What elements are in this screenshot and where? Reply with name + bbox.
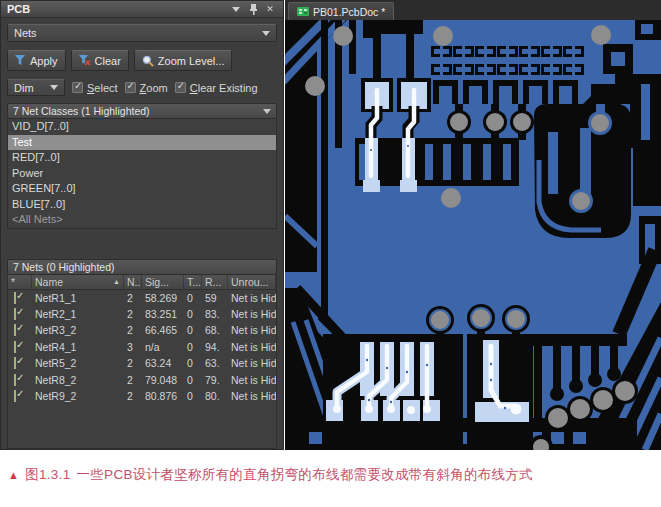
net-name: NetR3_2 [32,324,124,336]
net-t: 0 [184,324,202,336]
filter-buttons-row: Apply Clear Zoom Level... [7,50,277,71]
column-header-unrouted[interactable]: Unrou... [228,275,276,289]
dim-options-row: Dim Select Zoom Clear Existing [7,79,277,96]
net-checkbox[interactable] [14,357,16,369]
net-signal: 80.876 [142,390,184,402]
apply-label: Apply [30,55,58,67]
net-unrouted: Net is Hid [228,390,276,402]
column-header-signal[interactable]: Sig... [142,275,184,289]
select-checkbox-option[interactable]: Select [72,82,118,94]
table-row[interactable]: NetR3_2 2 66.465 0 68. Net is Hid [8,322,276,338]
figure-caption: ▲图1.3.1一些PCB设计者坚称所有的直角拐弯的布线都需要改成带有斜角的布线方… [8,466,656,484]
clear-label: Clear [95,55,121,67]
highlighted-net-bottom [323,334,463,444]
net-classes-header-label: 7 Net Classes (1 Highlighted) [13,105,150,117]
net-name: NetR4_1 [32,341,124,353]
table-row[interactable]: NetR5_2 2 63.24 0 63. Net is Hid [8,355,276,371]
zoom-option-label: Zoom [140,82,168,94]
panel-pin-button[interactable] [246,3,260,16]
column-header-t[interactable]: T... [184,275,202,289]
table-row[interactable]: NetR4_1 3 n/a 0 94. Net is Hid [8,339,276,355]
table-row[interactable]: NetR9_2 2 80.876 0 80. Net is Hid [8,388,276,404]
zoom-checkbox-option[interactable]: Zoom [125,82,168,94]
apply-button[interactable]: Apply [7,50,66,71]
net-routed: 79. [202,374,228,386]
net-class-item[interactable]: VID_D[7..0] [8,119,276,135]
net-t: 0 [184,374,202,386]
dim-select[interactable]: Dim [7,79,65,96]
net-signal: 63.24 [142,357,184,369]
sort-ascending-icon: ▲ [113,278,120,285]
select-option-label: Select [87,82,118,94]
column-header-enabled[interactable]: * [8,275,32,289]
net-unrouted: Net is Hid [228,324,276,336]
net-routed: 68. [202,324,228,336]
pcb-panel: PCB ✕ Nets Apply Clear [0,0,284,450]
column-header-nodes[interactable]: N.. [124,275,142,289]
net-checkbox[interactable] [14,324,16,336]
clear-existing-checkbox-option[interactable]: Clear Existing [175,82,258,94]
zoom-level-label: Zoom Level... [158,55,225,67]
column-header-routed[interactable]: R... [202,275,228,289]
pcb-document-view[interactable] [285,20,661,450]
document-tab-label: PB01.PcbDoc * [313,6,385,18]
net-class-item[interactable]: GREEN[7..0] [8,181,276,197]
table-row[interactable]: NetR1_1 2 58.269 0 59 Net is Hid [8,290,276,306]
panel-body: Nets Apply Clear Zoom Level... [1,18,283,449]
checkbox-checked-icon [175,82,186,93]
net-signal: 58.269 [142,292,184,304]
zoom-level-button[interactable]: Zoom Level... [134,50,233,71]
column-header-name-label: Name [35,276,63,288]
magnifier-icon [142,55,154,67]
net-signal: 66.465 [142,324,184,336]
chevron-down-icon [262,31,270,36]
column-header-name[interactable]: Name▲ [32,275,124,289]
nets-header-label: 7 Nets (0 Highlighted) [13,261,115,273]
net-t: 0 [184,292,202,304]
nets-table-header[interactable]: * Name▲ N.. Sig... T... R... Unrou... [8,275,276,290]
net-classes-list: VID_D[7..0] Test RED[7..0] Power GREEN[7… [7,119,277,229]
net-checkbox[interactable] [14,341,16,353]
net-unrouted: Net is Hid [228,341,276,353]
caption-figure-number: 图1.3.1 [25,467,70,482]
table-row[interactable]: NetR2_1 2 83.251 0 83. Net is Hid [8,306,276,322]
document-tab[interactable]: PB01.PcbDoc * [288,2,394,20]
net-nodes: 3 [124,341,142,353]
panel-title: PCB [7,3,226,15]
net-class-item[interactable]: Power [8,166,276,182]
pin-icon [249,4,258,15]
funnel-icon [15,55,26,66]
panel-titlebar: PCB ✕ [1,1,283,18]
net-class-item-selected[interactable]: Test [8,135,276,151]
net-class-item-all-nets[interactable]: <All Nets> [8,212,276,228]
net-routed: 63. [202,357,228,369]
net-name: NetR1_1 [32,292,124,304]
net-name: NetR8_2 [32,374,124,386]
chevron-down-icon [263,109,271,114]
net-t: 0 [184,308,202,320]
net-routed: 83. [202,308,228,320]
net-class-item[interactable]: RED[7..0] [8,150,276,166]
net-routed: 59 [202,292,228,304]
chevron-down-icon [50,85,58,90]
net-nodes: 2 [124,374,142,386]
panel-mode-select[interactable]: Nets [7,24,277,42]
pcb-middle-blob [534,104,631,238]
net-t: 0 [184,390,202,402]
chevron-down-icon [232,7,240,12]
net-classes-header[interactable]: 7 Net Classes (1 Highlighted) [7,103,277,119]
table-row[interactable]: NetR8_2 2 79.048 0 79. Net is Hid [8,371,276,387]
dim-value: Dim [14,82,34,94]
net-t: 0 [184,341,202,353]
nets-header[interactable]: 7 Nets (0 Highlighted) [7,259,277,275]
net-class-item[interactable]: BLUE[7..0] [8,197,276,213]
panel-menu-button[interactable] [229,3,243,16]
net-checkbox[interactable] [14,292,16,304]
net-checkbox[interactable] [14,374,16,386]
panel-close-button[interactable]: ✕ [263,3,277,16]
panel-spacer [7,229,277,259]
net-name: NetR5_2 [32,357,124,369]
net-checkbox[interactable] [14,308,16,320]
net-checkbox[interactable] [14,390,16,402]
clear-button[interactable]: Clear [71,50,129,71]
